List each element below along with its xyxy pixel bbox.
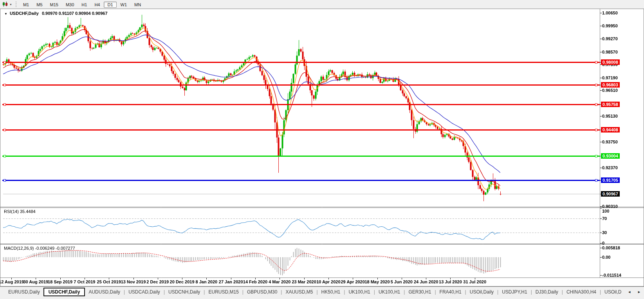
chart-tab-fra40-h1[interactable]: FRA40,H1 — [436, 288, 465, 296]
chart-tab-usoil-daily[interactable]: USOil,Daily — [466, 288, 497, 296]
tf-button-m1[interactable]: M1 — [20, 2, 32, 8]
chart-tabs-row: EURUSD,DailyUSDCHF,DailyAUDUSD,Daily|USD… — [5, 288, 625, 296]
tabs-scroll-right-icon[interactable]: ► — [637, 290, 641, 294]
tf-button-w1[interactable]: W1 — [117, 2, 131, 8]
candlestick-chart-canvas[interactable] — [0, 9, 644, 286]
chart-tab-audusd-daily[interactable]: AUDUSD,Daily — [85, 288, 124, 296]
tf-button-d1[interactable]: D1 — [104, 2, 116, 8]
chart-tabs-bar: EURUSD,DailyUSDCHF,DailyAUDUSD,Daily|USD… — [0, 286, 644, 299]
chart-tab-dj30-daily[interactable]: DJ30,Daily — [532, 288, 562, 296]
tabs-scroll-left-icon[interactable]: ◄ — [628, 290, 631, 294]
mini-candles-glyph — [2, 2, 8, 7]
chart-tab-uk100-h1[interactable]: UK100,H1 — [345, 288, 373, 296]
chart-tab-hk50-h1[interactable]: HK50,H1 — [318, 288, 344, 296]
chart-tab-usdchf-daily[interactable]: USDCHF,Daily — [43, 288, 85, 296]
chart-tab-usoil-d[interactable]: USOil,D — [601, 288, 625, 296]
chart-tab-china300-h4[interactable]: CHINA300,H4 — [563, 288, 600, 296]
tabs-scroll-arrows: ◄ ► — [624, 287, 644, 297]
tf-button-h4[interactable]: H4 — [91, 2, 103, 8]
chart-window: ▼USDCHF,Daily0.90970 0.91107 0.90904 0.9… — [0, 9, 644, 286]
tf-button-m30[interactable]: M30 — [62, 2, 78, 8]
tf-button-m15[interactable]: M15 — [47, 2, 62, 8]
chart-tab-gbpusd-m30[interactable]: GBPUSD,M30 — [244, 288, 281, 296]
chart-tab-ger30-h1[interactable]: GER30,H1 — [405, 288, 435, 296]
toolbar-grip-handle[interactable] — [15, 2, 17, 7]
chart-tab-eurusd-daily[interactable]: EURUSD,Daily — [5, 288, 43, 296]
charts-toolbar-icon[interactable] — [1, 1, 9, 7]
chart-tab-xauusd-m5[interactable]: XAUUSD,M5 — [282, 288, 316, 296]
chart-tab-usdjpy-h1[interactable]: USDJPY,H1 — [498, 288, 530, 296]
chart-tab-uk100-h1[interactable]: UK100,H1 — [375, 288, 404, 296]
chart-tab-eurusd-m15[interactable]: EURUSD,M15 — [205, 288, 242, 296]
timeframes-toolbar: ▼ M1M5M15M30H1H4D1W1MN — [0, 0, 644, 9]
tf-button-h1[interactable]: H1 — [78, 2, 90, 8]
tf-button-mn[interactable]: MN — [131, 2, 144, 8]
tf-button-m5[interactable]: M5 — [33, 2, 46, 8]
chart-menu-triangle-icon[interactable]: ▼ — [4, 12, 7, 16]
toolbar-dropdown-icon[interactable]: ▼ — [9, 3, 12, 6]
chart-tab-usdcad-daily[interactable]: USDCAD,Daily — [125, 288, 164, 296]
timeframe-button-row: M1M5M15M30H1H4D1W1MN — [20, 1, 145, 8]
chart-tab-usdcnh-daily[interactable]: USDCNH,Daily — [165, 288, 204, 296]
